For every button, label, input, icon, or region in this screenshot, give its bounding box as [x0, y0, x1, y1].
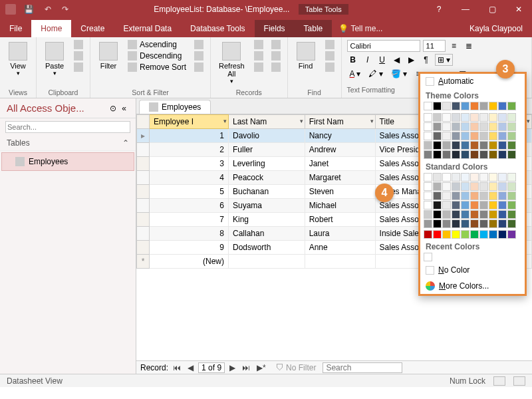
numbering-button[interactable]: ≣ — [463, 40, 475, 52]
cell[interactable]: Laura — [305, 227, 375, 241]
theme-color-swatch[interactable] — [479, 102, 488, 110]
tab-external-data[interactable]: External Data — [114, 20, 181, 37]
design-view-icon[interactable] — [513, 376, 525, 386]
standard-color-swatch[interactable] — [442, 173, 451, 182]
cell[interactable]: 1 — [150, 129, 229, 143]
theme-color-swatch[interactable] — [424, 150, 432, 159]
standard-color-swatch[interactable] — [470, 182, 479, 191]
row-selector[interactable] — [137, 143, 150, 157]
close-button[interactable]: ✕ — [505, 0, 532, 19]
italic-button[interactable]: I — [362, 54, 374, 66]
theme-color-swatch[interactable] — [489, 150, 497, 159]
copy-button[interactable] — [71, 51, 86, 61]
nav-collapse-icon[interactable]: ⊙ — [107, 104, 119, 113]
tab-home[interactable]: Home — [31, 20, 71, 37]
theme-color-swatch[interactable] — [461, 122, 469, 131]
standard-color-swatch[interactable] — [498, 192, 507, 200]
theme-color-swatch[interactable] — [470, 150, 479, 159]
theme-color-swatch[interactable] — [424, 113, 432, 122]
standard-color-swatch[interactable] — [470, 210, 479, 219]
cell[interactable]: King — [229, 213, 305, 227]
standard-color-swatch[interactable] — [498, 210, 507, 219]
standard-color-swatch[interactable] — [489, 201, 497, 209]
standard-color-swatch[interactable] — [470, 173, 479, 182]
standard-color-swatch[interactable] — [507, 182, 516, 191]
standard-color-swatch[interactable] — [452, 192, 460, 200]
sort-asc-button[interactable]: Ascending — [125, 39, 189, 50]
standard-color-swatch[interactable] — [507, 230, 516, 239]
standard-color-swatch[interactable] — [433, 173, 442, 182]
standard-color-swatch[interactable] — [442, 192, 451, 200]
maximize-button[interactable]: ▢ — [479, 0, 505, 19]
theme-color-swatch[interactable] — [424, 132, 432, 140]
standard-color-swatch[interactable] — [452, 219, 460, 228]
gridlines-button[interactable]: ⊞ ▾ — [435, 54, 453, 66]
theme-color-swatch[interactable] — [507, 122, 516, 131]
theme-color-swatch[interactable] — [433, 122, 442, 131]
standard-color-swatch[interactable] — [442, 182, 451, 191]
theme-color-swatch[interactable] — [433, 150, 442, 159]
save-record-button[interactable] — [251, 51, 266, 61]
standard-color-swatch[interactable] — [461, 182, 469, 191]
theme-color-swatch[interactable] — [507, 102, 516, 110]
theme-color-swatch[interactable] — [507, 141, 516, 150]
object-tab-employees[interactable]: Employees — [139, 100, 211, 114]
standard-color-swatch[interactable] — [479, 219, 488, 228]
theme-color-swatch[interactable] — [470, 132, 479, 140]
standard-color-swatch[interactable] — [507, 219, 516, 228]
theme-color-swatch[interactable] — [498, 102, 507, 110]
nav-new-button[interactable]: ▶* — [255, 363, 268, 372]
spelling-button[interactable] — [269, 51, 283, 61]
totals-button[interactable] — [269, 39, 283, 50]
more-colors-option[interactable]: More Colors... — [420, 278, 525, 294]
nav-item-employees[interactable]: Employees — [1, 152, 134, 171]
nav-first-button[interactable]: ⏮ — [171, 363, 183, 372]
goto-button[interactable] — [323, 51, 337, 61]
standard-color-swatch[interactable] — [452, 173, 460, 182]
theme-color-swatch[interactable] — [442, 132, 451, 140]
column-dropdown-icon[interactable]: ▾ — [300, 118, 303, 124]
indent-button[interactable]: ▶ — [406, 54, 418, 66]
underline-button[interactable]: U — [376, 54, 388, 66]
cell[interactable]: 2 — [150, 143, 229, 157]
standard-color-swatch[interactable] — [424, 219, 432, 228]
theme-color-swatch[interactable] — [489, 122, 497, 131]
cell[interactable]: Michael — [305, 199, 375, 213]
standard-color-swatch[interactable] — [470, 192, 479, 200]
nav-shutter-icon[interactable]: « — [119, 104, 129, 113]
cell[interactable]: Margaret — [305, 171, 375, 185]
theme-color-swatch[interactable] — [507, 150, 516, 159]
cell[interactable]: 6 — [150, 199, 229, 213]
standard-color-swatch[interactable] — [424, 173, 432, 182]
toggle-filter-button[interactable] — [192, 62, 206, 72]
standard-color-swatch[interactable] — [452, 182, 460, 191]
theme-color-swatch[interactable] — [479, 150, 488, 159]
datasheet-view-icon[interactable] — [493, 376, 505, 386]
standard-color-swatch[interactable] — [461, 173, 469, 182]
standard-color-swatch[interactable] — [498, 182, 507, 191]
row-selector[interactable] — [137, 213, 150, 227]
refresh-all-button[interactable]: Refresh All▾ — [215, 39, 249, 88]
column-header[interactable]: Last Nam ▾ — [229, 115, 305, 129]
cell[interactable]: 3 — [150, 157, 229, 171]
cell[interactable]: Anne — [305, 241, 375, 255]
nav-last-button[interactable]: ⏭ — [240, 363, 252, 372]
cell[interactable]: Suyama — [229, 199, 305, 213]
standard-color-swatch[interactable] — [498, 173, 507, 182]
row-selector[interactable]: ▸ — [137, 129, 150, 143]
filter-indicator[interactable]: ⛉ No Filter — [276, 363, 317, 372]
theme-color-swatch[interactable] — [489, 102, 497, 110]
tab-table[interactable]: Table — [295, 20, 332, 37]
outdent-button[interactable]: ◀ — [391, 54, 403, 66]
column-dropdown-icon[interactable]: ▾ — [370, 118, 374, 124]
standard-color-swatch[interactable] — [433, 219, 442, 228]
theme-color-swatch[interactable] — [479, 113, 488, 122]
theme-color-swatch[interactable] — [452, 150, 460, 159]
qat-undo-icon[interactable]: ↶ — [42, 5, 54, 14]
standard-color-swatch[interactable] — [424, 201, 432, 209]
no-color-option[interactable]: No Color — [420, 262, 525, 278]
theme-color-swatch[interactable] — [489, 132, 497, 140]
fill-color-button[interactable]: 🪣 ▾ — [388, 68, 410, 80]
standard-color-swatch[interactable] — [470, 230, 479, 239]
standard-color-swatch[interactable] — [433, 201, 442, 209]
